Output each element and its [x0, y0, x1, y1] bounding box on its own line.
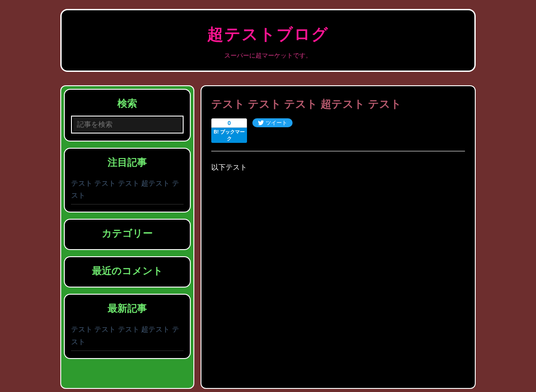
hatena-button[interactable]: B! ブックマーク	[211, 128, 247, 143]
categories-widget: カテゴリー	[64, 219, 191, 250]
hatena-bookmark[interactable]: 0 B! ブックマーク	[211, 118, 247, 143]
recent-post-link[interactable]: テスト テスト テスト 超テスト テスト	[71, 323, 184, 350]
blog-title[interactable]: 超テストブログ	[71, 24, 465, 46]
tweet-label: ツイート	[266, 119, 287, 127]
hatena-count: 0	[211, 118, 247, 128]
share-row: 0 B! ブックマーク ツイート	[211, 118, 465, 143]
blog-header: 超テストブログ スーパーに超マーケットです。	[60, 9, 476, 72]
tweet-button[interactable]: ツイート	[252, 118, 293, 127]
featured-article-link[interactable]: テスト テスト テスト 超テスト テスト	[71, 177, 184, 204]
post-body: 以下テスト	[211, 163, 465, 172]
search-widget: 検索	[64, 89, 191, 142]
twitter-icon	[258, 120, 264, 126]
post-divider	[211, 151, 465, 151]
featured-widget: 注目記事 テスト テスト テスト 超テスト テスト	[64, 148, 191, 213]
categories-widget-title: カテゴリー	[71, 227, 184, 240]
search-widget-title: 検索	[71, 97, 184, 110]
search-input[interactable]	[73, 118, 181, 131]
search-input-wrap	[71, 116, 184, 133]
post-title: テスト テスト テスト 超テスト テスト	[211, 97, 465, 111]
recent-posts-widget: 最新記事 テスト テスト テスト 超テスト テスト	[64, 294, 191, 359]
sidebar: 検索 注目記事 テスト テスト テスト 超テスト テスト カテゴリー 最近のコメ…	[60, 85, 194, 389]
recent-comments-widget-title: 最近のコメント	[71, 264, 184, 278]
featured-widget-title: 注目記事	[71, 156, 184, 169]
post-main: テスト テスト テスト 超テスト テスト 0 B! ブックマーク ツイート 以下…	[201, 85, 476, 389]
blog-subtitle: スーパーに超マーケットです。	[71, 52, 465, 60]
recent-comments-widget: 最近のコメント	[64, 256, 191, 288]
recent-posts-widget-title: 最新記事	[71, 302, 184, 315]
